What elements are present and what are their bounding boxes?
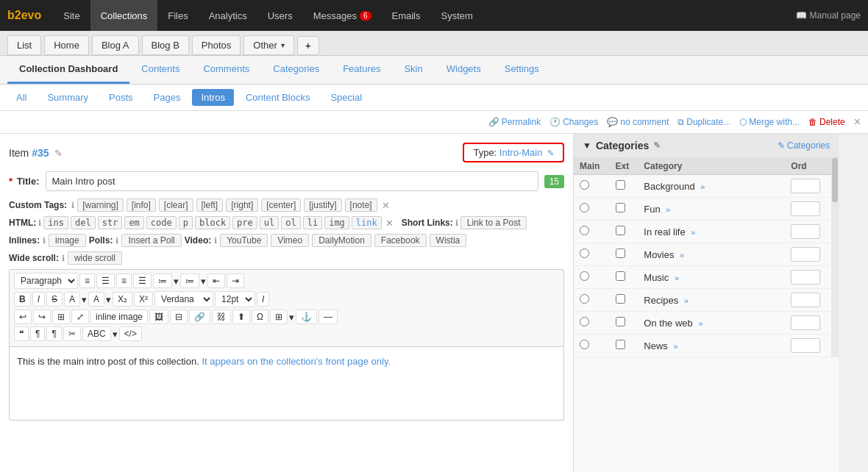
link-button[interactable]: 🔗	[189, 310, 210, 324]
cat-link-background[interactable]: »	[700, 182, 705, 191]
spellcheck-dropdown-icon[interactable]: ▾	[113, 329, 118, 340]
nav-files[interactable]: Files	[157, 0, 198, 31]
bullet-dropdown-icon[interactable]: ▾	[174, 276, 179, 287]
align-center-button[interactable]: ☰	[96, 273, 115, 288]
type-ext-icon[interactable]: ✎	[547, 149, 554, 157]
close-button[interactable]: ×	[854, 115, 861, 129]
custom-tags-close[interactable]: ✕	[382, 200, 390, 211]
source-button[interactable]: </>	[119, 326, 142, 341]
ordered-list-button[interactable]: ≔	[180, 273, 199, 288]
tab-features[interactable]: Features	[331, 56, 392, 84]
increase-indent-button[interactable]: ⇥	[227, 273, 244, 288]
tab-home[interactable]: Home	[44, 35, 89, 55]
html-p[interactable]: p	[179, 216, 193, 229]
html-ul[interactable]: ul	[260, 216, 279, 229]
font-select[interactable]: Verdana	[154, 291, 213, 307]
collapse-icon[interactable]: ▼	[583, 140, 591, 151]
bg-color-dropdown-icon[interactable]: ▾	[106, 294, 111, 305]
cat-ord-music[interactable]	[791, 270, 820, 285]
no-comment-link[interactable]: 💬 no comment	[607, 117, 669, 127]
cat-ord-news[interactable]	[791, 338, 820, 353]
anchor-button[interactable]: ⚓	[296, 310, 317, 324]
redo-button[interactable]: ↪	[33, 310, 51, 324]
custom-tags-info-icon[interactable]: ℹ	[71, 201, 74, 210]
table-button[interactable]: ⊞	[52, 310, 70, 324]
tab-other[interactable]: Other ▾	[243, 35, 294, 55]
cat-check-fun[interactable]	[616, 203, 625, 212]
cat-ord-reallife[interactable]	[791, 224, 820, 239]
duplicate-link[interactable]: ⧉ Duplicate...	[677, 117, 730, 127]
subtab-pages[interactable]: Pages	[145, 89, 190, 106]
fullscreen-button[interactable]: ⤢	[71, 310, 89, 324]
inline-image-button[interactable]: image	[49, 234, 86, 247]
html-str[interactable]: str	[98, 216, 123, 229]
subtab-intros[interactable]: Intros	[192, 89, 234, 106]
cat-check-news[interactable]	[616, 340, 625, 349]
wide-scroll-button[interactable]: wide scroll	[68, 251, 122, 265]
html-del[interactable]: del	[71, 216, 96, 229]
tag-warning[interactable]: [warning]	[77, 199, 124, 212]
tab-collection-dashboard[interactable]: Collection Dashboard	[7, 56, 129, 84]
para-left-button[interactable]: ¶	[30, 326, 45, 341]
cat-check-background[interactable]	[616, 180, 625, 190]
cat-ord-recipes[interactable]	[791, 293, 820, 307]
cat-check-music[interactable]	[616, 271, 625, 281]
cat-ord-background[interactable]	[791, 179, 820, 193]
html-ol[interactable]: ol	[281, 216, 300, 229]
categories-link[interactable]: ✎ Categories	[778, 140, 830, 151]
nav-emails[interactable]: Emails	[382, 0, 431, 31]
cat-radio-music[interactable]	[580, 271, 589, 281]
tab-settings[interactable]: Settings	[493, 56, 551, 84]
tag-note[interactable]: [note]	[345, 199, 377, 212]
tab-photos[interactable]: Photos	[192, 35, 241, 55]
link-to-post-button[interactable]: Link to a Post	[460, 216, 527, 229]
tag-clear[interactable]: [clear]	[159, 199, 193, 212]
html-img[interactable]: img	[324, 216, 349, 229]
cat-check-movies[interactable]	[616, 248, 625, 258]
cat-ord-movies[interactable]	[791, 247, 820, 262]
clear-format-button[interactable]: I	[257, 292, 269, 307]
table-insert-button[interactable]: ⊞	[270, 310, 288, 324]
html-li[interactable]: li	[303, 216, 322, 229]
tag-right[interactable]: [right]	[226, 199, 258, 212]
cat-link-onweb[interactable]: »	[698, 319, 702, 328]
decrease-indent-button[interactable]: ⇤	[207, 273, 225, 288]
cat-ord-fun[interactable]	[791, 201, 820, 216]
subtab-posts[interactable]: Posts	[100, 89, 142, 106]
tab-widgets[interactable]: Widgets	[435, 56, 493, 84]
cat-check-recipes[interactable]	[616, 294, 625, 304]
nav-messages[interactable]: Messages 6	[303, 0, 382, 31]
tag-left[interactable]: [left]	[196, 199, 224, 212]
type-link[interactable]: Intro-Main	[499, 147, 543, 158]
delete-link[interactable]: 🗑 Delete	[808, 117, 845, 127]
ordered-dropdown-icon[interactable]: ▾	[201, 276, 206, 287]
html-pre[interactable]: pre	[232, 216, 257, 229]
align-left-button[interactable]: ≡	[79, 273, 95, 288]
video-info-icon[interactable]: ℹ	[214, 236, 217, 246]
tab-blog-b[interactable]: Blog B	[142, 35, 189, 55]
cat-link-movies[interactable]: »	[680, 251, 684, 260]
special-char-button[interactable]: Ω	[252, 310, 268, 324]
align-justify-button[interactable]: ☰	[133, 273, 152, 288]
brand-logo[interactable]: b2evo	[7, 9, 41, 22]
scrollbar-thumb[interactable]	[832, 158, 838, 202]
bold-button[interactable]: B	[14, 292, 31, 307]
gallery-button[interactable]: ⊟	[170, 310, 188, 324]
cat-radio-onweb[interactable]	[580, 317, 589, 326]
tag-justify[interactable]: [justify]	[304, 199, 341, 212]
cat-link-music[interactable]: »	[675, 273, 679, 282]
youtube-button[interactable]: YouTube	[220, 234, 268, 247]
tag-info[interactable]: [info]	[127, 199, 156, 212]
subscript-button[interactable]: X₂	[113, 292, 132, 307]
italic-button[interactable]: I	[32, 292, 45, 307]
tab-contents[interactable]: Contents	[129, 56, 191, 84]
cut-button[interactable]: ✂	[63, 326, 81, 341]
cat-radio-fun[interactable]	[580, 203, 589, 212]
paragraph-select[interactable]: Paragraph	[14, 273, 78, 289]
add-tab-button[interactable]: +	[297, 36, 319, 55]
cat-radio-recipes[interactable]	[580, 294, 589, 304]
wistia-button[interactable]: Wistia	[430, 234, 467, 247]
tab-list[interactable]: List	[7, 35, 41, 55]
cat-check-reallife[interactable]	[616, 226, 625, 235]
html-link[interactable]: link	[352, 216, 382, 229]
